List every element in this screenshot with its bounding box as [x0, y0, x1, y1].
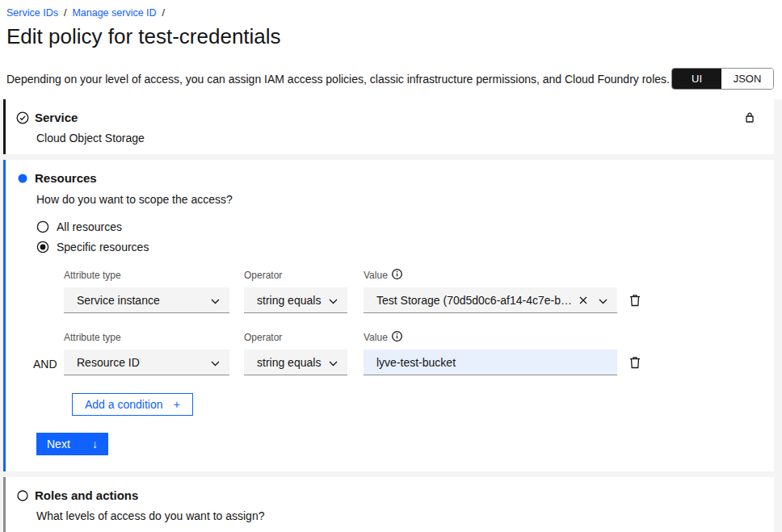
toggle-ui-button[interactable]: UI: [672, 69, 721, 89]
incomplete-step-circle-icon: [16, 489, 29, 502]
roles-question: What levels of access do you want to ass…: [36, 509, 761, 532]
page-description: Depending on your level of access, you c…: [6, 73, 670, 86]
operator-dropdown[interactable]: string equals: [244, 287, 347, 313]
policy-steps: Service Cloud Object Storage Resources H…: [0, 99, 782, 532]
roles-step-title: Roles and actions: [35, 488, 138, 502]
add-condition-button[interactable]: Add a condition +: [72, 393, 193, 416]
page-header: Service IDs / Manage service ID / Edit p…: [0, 0, 782, 90]
radio-label: Specific resources: [57, 241, 149, 253]
lock-icon: [743, 111, 756, 124]
condition-row: Attribute type Service instance Operator: [33, 269, 761, 313]
scope-question: How do you want to scope the access?: [36, 193, 761, 206]
next-button[interactable]: Next ↓: [36, 433, 108, 455]
value-label: Value: [364, 332, 388, 343]
operator-dropdown[interactable]: string equals: [244, 350, 347, 375]
radio-all-resources[interactable]: All resources: [36, 216, 761, 237]
scope-radio-group: All resources Specific resources: [36, 216, 761, 257]
info-icon[interactable]: [392, 331, 402, 344]
breadcrumb-manage-service-id[interactable]: Manage service ID: [72, 7, 156, 19]
chevron-down-icon: [329, 294, 338, 307]
section-service: Service Cloud Object Storage: [3, 99, 774, 154]
clear-selection-icon[interactable]: [579, 294, 587, 307]
breadcrumb-service-ids[interactable]: Service IDs: [6, 7, 58, 19]
delete-condition-button[interactable]: [629, 331, 641, 371]
value-text-input[interactable]: [364, 350, 617, 375]
resources-step-header[interactable]: Resources: [16, 171, 761, 185]
radio-checked-icon: [36, 241, 49, 253]
attribute-type-label: Attribute type: [64, 331, 229, 343]
page-title: Edit policy for test-credentials: [6, 24, 774, 49]
condition-connector: AND: [33, 331, 64, 371]
breadcrumb-separator: /: [162, 7, 165, 19]
resources-step-title: Resources: [35, 171, 97, 185]
current-step-dot-icon: [16, 172, 29, 185]
info-icon[interactable]: [392, 269, 402, 282]
checkmark-circle-icon: [16, 111, 29, 124]
radio-unchecked-icon: [36, 220, 49, 233]
chevron-down-icon[interactable]: [599, 294, 608, 307]
chevron-down-icon: [211, 294, 220, 307]
condition-row: AND Attribute type Resource ID Ope: [33, 331, 761, 375]
operator-label: Operator: [244, 331, 347, 343]
arrow-down-icon: ↓: [92, 438, 98, 450]
chevron-down-icon: [329, 356, 338, 369]
condition-connector: [33, 269, 64, 295]
service-step-title: Service: [35, 111, 78, 124]
service-selected-value: Cloud Object Storage: [36, 132, 761, 157]
radio-specific-resources[interactable]: Specific resources: [36, 237, 761, 257]
chevron-down-icon: [211, 356, 220, 369]
value-label: Value: [364, 270, 388, 281]
section-roles-and-actions: Roles and actions What levels of access …: [3, 477, 774, 532]
value-combobox[interactable]: Test Storage (70d5d0c6-af14-4c7e-b828-4: [364, 287, 617, 313]
delete-condition-button[interactable]: [629, 269, 641, 309]
attribute-type-dropdown[interactable]: Service instance: [64, 287, 229, 313]
condition-builder: Attribute type Service instance Operator: [33, 269, 761, 416]
toggle-json-button[interactable]: JSON: [721, 69, 773, 89]
breadcrumb-separator: /: [64, 7, 66, 19]
service-step-header[interactable]: Service: [16, 111, 761, 124]
radio-label: All resources: [57, 220, 122, 233]
attribute-type-label: Attribute type: [64, 269, 229, 281]
plus-icon: +: [174, 398, 180, 411]
roles-step-header[interactable]: Roles and actions: [16, 488, 761, 502]
attribute-type-dropdown[interactable]: Resource ID: [64, 350, 229, 375]
operator-label: Operator: [244, 269, 347, 281]
section-resources: Resources How do you want to scope the a…: [3, 160, 774, 471]
breadcrumb: Service IDs / Manage service ID /: [6, 7, 774, 19]
view-mode-toggle: UI JSON: [671, 68, 774, 90]
